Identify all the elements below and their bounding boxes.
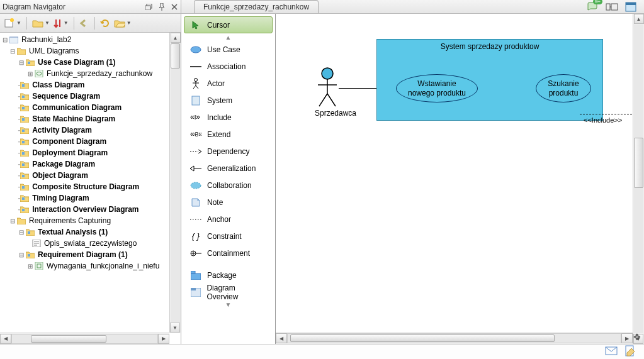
palette-collapse-down-icon[interactable]: ▼ [181,301,275,308]
open-folder-icon[interactable]: ▼ [32,18,50,28]
top-bar: Diagram Navigator Funkcje_sprzedazy_rach… [0,0,644,14]
scroll-left-icon[interactable]: ◀ [276,333,287,343]
tree-group-req[interactable]: ⊟ Requirements Capturing [0,215,176,226]
tree-item[interactable]: ····Sequence Diagram [0,91,176,102]
tree-root[interactable]: ⊟ Rachunki_lab2 [0,34,176,45]
tree-item[interactable]: ⊟Requirement Diagram (1) [0,249,176,260]
svg-rect-19 [22,152,25,155]
refresh-icon[interactable] [100,18,110,28]
collaboration-icon [189,182,202,189]
scroll-thumb[interactable] [634,138,643,188]
layout-icon[interactable] [605,1,619,13]
palette-note[interactable]: Note [184,194,273,211]
mail-icon[interactable] [605,346,618,357]
palette-system[interactable]: System [184,92,273,109]
tree-item[interactable]: ····Package Diagram [0,158,176,170]
tree-item[interactable]: ····Interaction Overview Diagram [0,204,176,215]
palette-containment[interactable]: Containment [184,245,273,262]
tree-item[interactable]: ⊟Textual Analysis (1) [0,226,176,238]
tree-item[interactable]: ····Timing Diagram [0,192,176,204]
palette-association[interactable]: Association [184,58,273,75]
sort-icon[interactable]: ▼ [54,18,69,28]
diagram-folder-icon [20,92,30,101]
tree-item[interactable]: ⊟ Use Case Diagram (1) [0,57,176,68]
tree-hscroll[interactable]: ◀ ▶ [0,333,169,344]
editor-area: Cursor ▲ Use Case Association Actor Syst… [181,14,644,344]
text-file-icon [31,239,42,248]
svg-rect-25 [28,231,30,234]
folder-icon [16,216,26,225]
diagram-folder-icon [20,103,30,112]
tree-item[interactable]: ····Communication Diagram [0,102,176,113]
include-connector[interactable] [580,114,633,114]
canvas-vscroll[interactable]: ▲ ▼ [633,14,644,344]
palette-constraint[interactable]: { }Constraint [184,228,273,245]
tree-item-leaf[interactable]: ⊞ Funkcje_sprzedazy_rachunkow [0,68,176,79]
svg-rect-16 [22,118,25,121]
canvas-hscroll[interactable]: ◀ ▶ [276,333,633,344]
close-icon[interactable] [169,2,180,12]
palette-include[interactable]: «i»Include [184,109,273,126]
scroll-thumb[interactable] [290,334,555,342]
window-icon[interactable] [624,1,638,13]
svg-text:«e»: «e» [190,131,201,138]
svg-rect-40 [192,96,200,105]
palette-actor[interactable]: Actor [184,75,273,92]
usecase-1[interactable]: Wstawianienowego produktu [396,74,478,102]
scroll-thumb[interactable] [171,43,180,69]
palette-package[interactable]: Package [184,267,273,284]
containment-icon [189,250,202,257]
palette-dependency[interactable]: Dependency [184,143,273,160]
pin-icon[interactable] [156,2,167,12]
svg-rect-52 [191,273,201,280]
browse-folder-icon[interactable]: ▼ [114,18,132,28]
edit-note-icon[interactable] [625,345,635,358]
palette-collapse-up-icon[interactable]: ▲ [181,33,275,41]
scroll-right-icon[interactable]: ▶ [158,334,169,344]
scroll-thumb[interactable] [31,335,106,343]
restore-icon[interactable] [144,2,155,12]
diagram-folder-icon [20,80,30,89]
anchor-icon [189,218,202,221]
scroll-up-icon[interactable]: ▲ [634,14,644,24]
tree-group-uml[interactable]: ⊟ UML Diagrams [0,45,176,57]
system-boundary[interactable]: System sprzedazy produktow Wstawianienow… [376,39,603,121]
scroll-left-icon[interactable]: ◀ [0,334,11,344]
tool-palette: Cursor ▲ Use Case Association Actor Syst… [181,14,276,344]
tree-item[interactable]: ····Component Diagram [0,136,176,147]
notifications-icon[interactable]: 9+ [586,1,600,13]
tree-item-leaf[interactable]: ⊞Wymagania_funkcjonalne_i_niefu [0,260,176,272]
tree-item[interactable]: ····Composite Structure Diagram [0,181,176,192]
tree-item[interactable]: ····Activity Diagram [0,124,176,136]
palette-collaboration[interactable]: Collaboration [184,177,273,194]
palette-anchor[interactable]: Anchor [184,211,273,228]
palette-cursor[interactable]: Cursor [184,16,273,33]
new-icon[interactable]: ▼ [4,18,21,29]
tree-vscroll[interactable]: ▲ ▼ [169,33,181,333]
svg-rect-17 [22,130,25,132]
include-icon: «i» [189,114,202,121]
cursor-icon [189,21,202,30]
palette-extend[interactable]: «e»Extend [184,126,273,143]
tree-item-leaf[interactable]: Opis_swiata_rzeczywistego [0,238,176,249]
diagram-folder-icon [20,182,30,191]
tree-item[interactable]: ····State Machine Diagram [0,113,176,124]
palette-usecase[interactable]: Use Case [184,41,273,58]
tab-diagram[interactable]: Funkcje_sprzedazy_rachunkow [194,0,319,13]
svg-rect-18 [22,141,25,143]
tree-item[interactable]: ····Object Diagram [0,170,176,181]
extend-icon: «e» [189,131,202,138]
move-grip-icon[interactable]: ✥ [631,331,643,343]
project-tree[interactable]: ⊟ Rachunki_lab2 ⊟ UML Diagrams ⊟ Use Cas… [0,33,176,333]
nav-back-icon[interactable] [79,19,89,28]
usecase-2[interactable]: Szukanieproduktu [536,74,591,102]
status-bar [0,344,644,359]
scroll-down-icon[interactable]: ▼ [170,323,180,333]
palette-diagram-overview[interactable]: Diagram Overview [184,284,273,301]
tree-item[interactable]: ····Deployment Diagram [0,147,176,158]
palette-generalization[interactable]: Generalization [184,160,273,177]
diagram-canvas[interactable]: Sprzedawca System sprzedazy produktow Ws… [276,14,633,333]
scroll-up-icon[interactable]: ▲ [171,33,181,43]
actor-shape[interactable]: Sprzedawca [315,67,340,118]
tree-item[interactable]: ····Class Diagram [0,79,176,91]
